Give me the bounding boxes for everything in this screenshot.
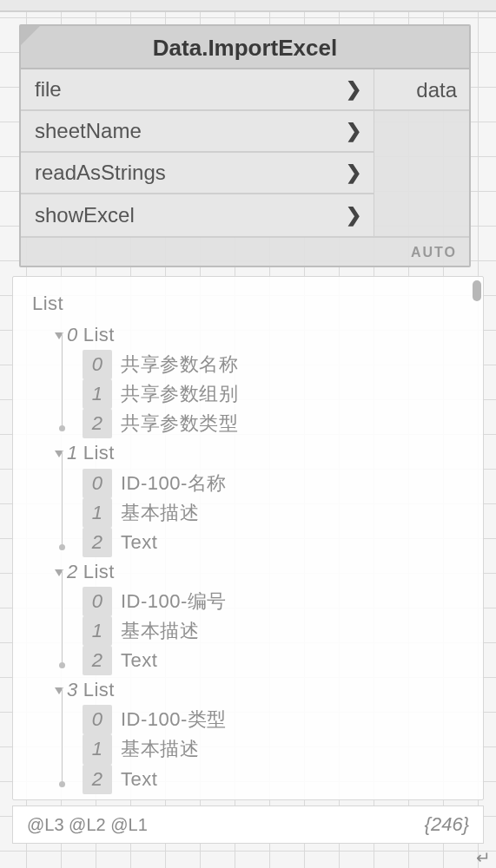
input-label: readAsStrings xyxy=(35,161,166,185)
tree-list-0: 0List 0共享参数名称 1共享参数组别 2共享参数类型 xyxy=(55,320,474,438)
node-inputs: file ❯ sheetName ❯ readAsStrings ❯ showE… xyxy=(21,69,374,236)
level-indicator[interactable]: @L3 @L2 @L1 xyxy=(27,815,148,835)
input-label: file xyxy=(35,77,62,102)
caret-down-icon[interactable] xyxy=(55,332,63,339)
caret-down-icon[interactable] xyxy=(55,450,63,457)
list-item[interactable]: 0ID-100-类型 xyxy=(70,705,474,734)
list-label: List xyxy=(83,561,115,582)
item-value: 基本描述 xyxy=(121,738,199,760)
list-item[interactable]: 2Text xyxy=(70,646,474,675)
output-label: data xyxy=(416,78,457,102)
list-item[interactable]: 1基本描述 xyxy=(70,498,474,528)
chevron-right-icon[interactable]: ❯ xyxy=(346,161,361,184)
list-item[interactable]: 2Text xyxy=(70,765,474,794)
item-index: 0 xyxy=(83,705,112,734)
item-value: 基本描述 xyxy=(121,620,199,641)
item-index: 1 xyxy=(83,379,112,409)
list-index: 2 xyxy=(67,561,78,582)
tree-list-3: 3List 0ID-100-类型 1基本描述 2Text xyxy=(55,675,474,793)
item-index: 0 xyxy=(83,587,112,616)
item-value: ID-100-名称 xyxy=(121,472,227,494)
item-value: ID-100-编号 xyxy=(121,590,227,612)
input-port-sheetname[interactable]: sheetName ❯ xyxy=(21,111,374,153)
item-value: 共享参数组别 xyxy=(121,383,238,404)
lacing-label[interactable]: AUTO xyxy=(411,245,457,260)
tree-list-2: 2List 0ID-100-编号 1基本描述 2Text xyxy=(55,557,474,675)
node-outputs: data xyxy=(374,69,469,236)
item-value: 基本描述 xyxy=(121,502,199,523)
item-value: 共享参数类型 xyxy=(121,412,238,434)
item-index: 2 xyxy=(83,646,112,675)
input-port-showexcel[interactable]: showExcel ❯ xyxy=(21,194,374,236)
list-item[interactable]: 1共享参数组别 xyxy=(70,379,474,409)
list-index: 3 xyxy=(67,679,78,700)
chevron-right-icon[interactable]: ❯ xyxy=(346,204,361,227)
node-header[interactable]: Data.ImportExcel xyxy=(21,26,469,69)
node-data-importexcel[interactable]: Data.ImportExcel file ❯ sheetName ❯ read… xyxy=(19,24,471,267)
item-index: 2 xyxy=(83,528,112,557)
list-label: List xyxy=(83,324,115,345)
list-item[interactable]: 0共享参数名称 xyxy=(70,350,474,379)
preview-footer: @L3 @L2 @L1 {246} xyxy=(12,806,484,844)
input-port-file[interactable]: file ❯ xyxy=(21,69,374,111)
item-index: 1 xyxy=(83,498,112,528)
tree-root[interactable]: List xyxy=(32,289,474,319)
item-value: Text xyxy=(121,531,157,553)
list-item[interactable]: 0ID-100-名称 xyxy=(70,469,474,498)
list-index: 1 xyxy=(67,442,78,464)
tree-list-header[interactable]: 1List xyxy=(55,438,474,468)
output-port-data[interactable]: data xyxy=(374,69,469,111)
caret-down-icon[interactable] xyxy=(55,687,63,694)
chevron-right-icon[interactable]: ❯ xyxy=(346,120,361,142)
item-index: 1 xyxy=(83,616,112,646)
node-corner-icon xyxy=(21,26,40,45)
scrollbar-thumb[interactable] xyxy=(473,280,481,301)
item-index: 0 xyxy=(83,350,112,379)
tree-list-1: 1List 0ID-100-名称 1基本描述 2Text xyxy=(55,438,474,556)
list-label: List xyxy=(83,679,115,700)
item-value: ID-100-类型 xyxy=(121,708,227,730)
tree-list-header[interactable]: 3List xyxy=(55,675,474,705)
list-item[interactable]: 2Text xyxy=(70,528,474,557)
item-count: {246} xyxy=(425,813,469,836)
list-item[interactable]: 2共享参数类型 xyxy=(70,409,474,438)
item-index: 0 xyxy=(83,469,112,498)
caret-down-icon[interactable] xyxy=(55,569,63,576)
output-preview-panel[interactable]: List 0List 0共享参数名称 1共享参数组别 2共享参数类型 1List… xyxy=(12,276,484,800)
list-label: List xyxy=(83,442,115,464)
item-value: Text xyxy=(121,768,157,790)
tree-list-header[interactable]: 2List xyxy=(55,557,474,587)
chevron-right-icon[interactable]: ❯ xyxy=(346,78,361,101)
item-value: 共享参数名称 xyxy=(121,353,238,375)
node-title: Data.ImportExcel xyxy=(153,35,337,61)
top-edge xyxy=(0,0,496,12)
return-icon: ↵ xyxy=(476,847,491,868)
node-body: file ❯ sheetName ❯ readAsStrings ❯ showE… xyxy=(21,69,469,236)
input-label: showExcel xyxy=(35,203,135,227)
list-item[interactable]: 1基本描述 xyxy=(70,616,474,646)
list-index: 0 xyxy=(67,324,78,345)
node-footer: AUTO xyxy=(21,236,469,266)
list-item[interactable]: 1基本描述 xyxy=(70,734,474,764)
item-index: 2 xyxy=(83,409,112,438)
input-port-readasstrings[interactable]: readAsStrings ❯ xyxy=(21,153,374,194)
item-index: 1 xyxy=(83,734,112,764)
list-item[interactable]: 0ID-100-编号 xyxy=(70,587,474,616)
output-tree: List 0List 0共享参数名称 1共享参数组别 2共享参数类型 1List… xyxy=(13,277,483,800)
tree-list-header[interactable]: 0List xyxy=(55,320,474,350)
item-index: 2 xyxy=(83,765,112,794)
item-value: Text xyxy=(121,649,157,671)
input-label: sheetName xyxy=(35,119,142,143)
